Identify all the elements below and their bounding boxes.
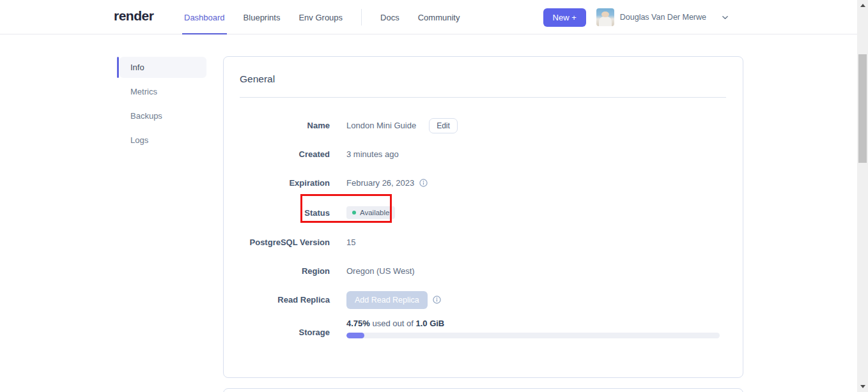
nav-blueprints[interactable]: Blueprints [244, 0, 281, 34]
scrollbar-down-arrow[interactable] [857, 381, 868, 392]
user-name[interactable]: Douglas Van Der Merwe [620, 13, 706, 22]
card-title: General [224, 57, 743, 85]
read-replica-info-icon[interactable] [433, 296, 441, 304]
row-name: Name London Mini Guide Edit [224, 111, 743, 140]
nav-env-groups[interactable]: Env Groups [298, 0, 343, 34]
row-created: Created 3 minutes ago [224, 140, 743, 169]
name-value: London Mini Guide [346, 121, 416, 130]
edit-name-button[interactable]: Edit [429, 118, 458, 133]
storage-label: Storage [224, 319, 330, 337]
sidebar-item-info[interactable]: Info [120, 57, 206, 78]
nav-community[interactable]: Community [418, 0, 460, 34]
storage-progress-fill [346, 333, 364, 338]
expiration-value: February 26, 2023 [346, 178, 414, 188]
storage-total: 1.0 GiB [415, 319, 444, 328]
user-avatar[interactable] [596, 8, 614, 26]
row-region: Region Oregon (US West) [224, 257, 743, 285]
top-navbar: render Dashboard Blueprints Env Groups D… [0, 0, 857, 34]
row-read-replica: Read Replica Add Read Replica [224, 285, 743, 314]
sidebar-item-backups[interactable]: Backups [117, 105, 206, 126]
created-value: 3 minutes ago [346, 149, 399, 159]
created-label: Created [224, 149, 330, 159]
expiration-info-icon[interactable] [419, 179, 428, 187]
sidebar-item-logs[interactable]: Logs [117, 130, 206, 151]
storage-used-pct: 4.75% [346, 319, 370, 328]
nav-dashboard[interactable]: Dashboard [184, 0, 225, 34]
nav-docs[interactable]: Docs [380, 0, 399, 34]
sidebar-item-label: Backups [130, 111, 162, 121]
status-badge: Available [346, 206, 395, 219]
sidebar-item-metrics[interactable]: Metrics [117, 81, 206, 102]
chevron-down-icon[interactable] [722, 14, 729, 21]
service-sidebar: Info Metrics Backups Logs [117, 57, 206, 154]
row-storage: Storage 4.75% used out of 1.0 GiB [224, 314, 743, 352]
version-value: 15 [346, 237, 355, 247]
row-status: Status Available [224, 197, 743, 228]
status-label: Status [224, 208, 330, 218]
vertical-scrollbar[interactable] [857, 0, 868, 392]
storage-progress-track [346, 333, 720, 338]
next-card-top-edge [223, 388, 743, 392]
storage-middle-text: used out of [373, 319, 414, 328]
row-expiration: Expiration February 26, 2023 [224, 169, 743, 197]
sidebar-item-label: Metrics [130, 87, 157, 96]
header-user-area: New + Douglas Van Der Merwe [543, 0, 729, 34]
region-value: Oregon (US West) [346, 266, 415, 276]
info-rows: Name London Mini Guide Edit Created 3 mi… [224, 98, 743, 352]
version-label: PostgreSQL Version [224, 237, 330, 247]
active-indicator-bar [117, 57, 119, 78]
expiration-label: Expiration [224, 178, 330, 188]
status-dot-icon [352, 211, 356, 215]
name-label: Name [224, 121, 330, 130]
row-postgresql-version: PostgreSQL Version 15 [224, 228, 743, 257]
render-logo[interactable]: render [114, 8, 153, 24]
sidebar-item-label: Logs [130, 135, 148, 145]
sidebar-item-label: Info [130, 63, 144, 72]
add-read-replica-button[interactable]: Add Read Replica [346, 291, 428, 309]
scrollbar-thumb[interactable] [858, 54, 867, 163]
scrollbar-up-arrow[interactable] [857, 0, 868, 11]
new-button[interactable]: New + [543, 8, 586, 27]
nav-divider [361, 9, 362, 26]
region-label: Region [224, 266, 330, 276]
general-info-card: General Name London Mini Guide Edit Crea… [223, 56, 743, 378]
storage-usage-text: 4.75% used out of 1.0 GiB [346, 319, 720, 328]
read-replica-label: Read Replica [224, 295, 330, 305]
status-value: Available [360, 209, 389, 216]
main-nav: Dashboard Blueprints Env Groups Docs Com… [184, 0, 478, 34]
